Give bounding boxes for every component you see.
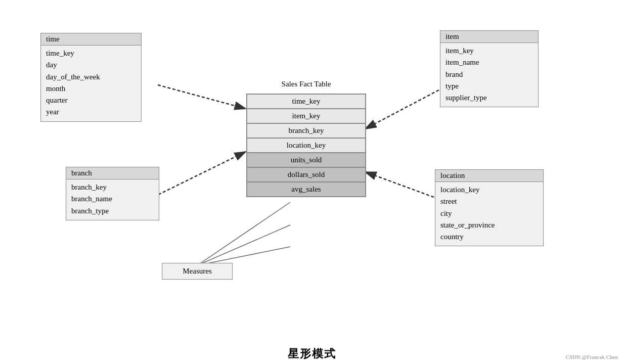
fact-row-item-key: item_key <box>247 109 366 123</box>
fact-row-dollars-sold: dollars_sold <box>247 167 366 182</box>
item-field-1: item_key <box>445 45 533 57</box>
location-field-4: state_or_province <box>440 219 538 231</box>
branch-table: branch branch_key branch_name branch_typ… <box>66 167 159 220</box>
fact-table-title: Sales Fact Table <box>247 80 366 88</box>
fact-row-time-key: time_key <box>247 94 366 109</box>
measures-label: Measures <box>162 263 232 279</box>
time-field-3: day_of_the_week <box>46 71 136 83</box>
branch-field-1: branch_key <box>71 181 154 193</box>
svg-line-3 <box>158 85 246 109</box>
footer: 星形模式 <box>0 344 624 364</box>
branch-table-title: branch <box>66 167 159 179</box>
diagram-container: time time_key day day_of_the_week month … <box>0 0 624 344</box>
location-field-5: country <box>440 231 538 243</box>
time-table: time time_key day day_of_the_week month … <box>40 33 142 122</box>
fact-row-units-sold: units_sold <box>247 153 366 167</box>
svg-line-7 <box>197 202 290 265</box>
fact-row-branch-key: branch_key <box>247 123 366 138</box>
measures-box: Measures <box>162 263 233 280</box>
item-field-3: brand <box>445 69 533 80</box>
fact-row-location-key: location_key <box>247 138 366 153</box>
branch-field-3: branch_type <box>71 205 154 217</box>
time-field-6: year <box>46 106 136 118</box>
page-title: 星形模式 <box>288 346 336 361</box>
item-table-body: item_key item_name brand type supplier_t… <box>440 43 538 107</box>
location-field-3: city <box>440 208 538 219</box>
location-field-1: location_key <box>440 184 538 196</box>
location-table: location location_key street city state_… <box>435 169 544 246</box>
item-field-5: supplier_type <box>445 92 533 104</box>
svg-line-4 <box>365 90 439 129</box>
item-field-2: item_name <box>445 57 533 68</box>
time-field-4: month <box>46 83 136 95</box>
time-field-1: time_key <box>46 48 136 59</box>
fact-table: Sales Fact Table time_key item_key branc… <box>246 94 366 197</box>
svg-line-6 <box>365 172 434 197</box>
item-table-title: item <box>440 31 538 43</box>
location-table-body: location_key street city state_or_provin… <box>435 182 543 246</box>
time-field-2: day <box>46 59 136 71</box>
item-field-4: type <box>445 80 533 92</box>
watermark: CSDN @Francek Chen <box>565 354 618 360</box>
time-field-5: quarter <box>46 95 136 106</box>
location-table-title: location <box>435 170 543 182</box>
item-table: item item_key item_name brand type suppl… <box>440 30 539 107</box>
svg-line-5 <box>158 152 246 195</box>
location-field-2: street <box>440 196 538 207</box>
fact-row-avg-sales: avg_sales <box>247 182 366 197</box>
svg-line-8 <box>197 225 290 265</box>
time-table-body: time_key day day_of_the_week month quart… <box>41 46 141 121</box>
branch-field-2: branch_name <box>71 193 154 205</box>
time-table-title: time <box>41 33 141 46</box>
branch-table-body: branch_key branch_name branch_type <box>66 179 159 220</box>
